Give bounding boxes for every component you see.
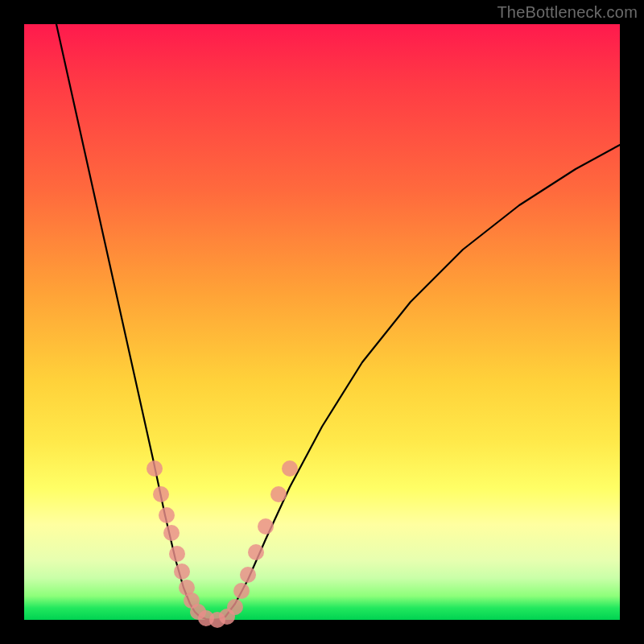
svg-point-17 (270, 486, 287, 502)
watermark-text: TheBottleneck.com (497, 3, 638, 22)
svg-point-4 (169, 546, 185, 562)
svg-point-1 (153, 486, 169, 502)
svg-point-16 (258, 518, 274, 535)
chart-svg (24, 24, 620, 620)
curve-line (56, 24, 620, 620)
chart-frame: TheBottleneck.com (0, 0, 644, 644)
svg-point-18 (282, 460, 298, 477)
highlight-markers (147, 460, 298, 628)
svg-point-12 (227, 599, 243, 615)
svg-point-3 (163, 525, 180, 541)
svg-point-2 (159, 507, 175, 523)
svg-point-15 (248, 544, 264, 560)
chart-plot-area (24, 24, 620, 620)
svg-point-5 (174, 564, 190, 580)
svg-point-0 (147, 460, 163, 477)
svg-point-13 (233, 583, 250, 599)
svg-point-14 (240, 567, 256, 583)
